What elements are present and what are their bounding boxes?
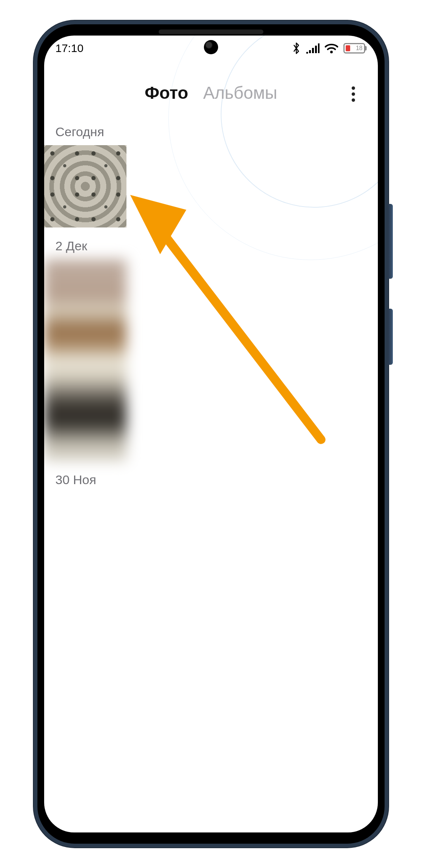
photo-thumbnail[interactable] [44,145,126,227]
svg-point-5 [330,51,333,54]
photo-thumbnail[interactable] [44,259,126,461]
bluetooth-icon [292,42,301,55]
volume-button [388,204,393,279]
gallery-content[interactable]: Сегодня 2 Дек 30 Ноя [44,106,378,487]
svg-rect-3 [315,46,317,53]
section-label-dec2: 2 Дек [55,239,378,253]
svg-point-0 [306,52,308,54]
status-time: 17:10 [55,42,83,55]
more-options-button[interactable] [345,83,361,105]
tabs-row: Фото Альбомы [44,80,378,106]
section-label-nov30: 30 Ноя [55,473,378,487]
power-button [388,309,393,365]
thumb-row-today [44,145,378,227]
wifi-icon [325,43,338,54]
svg-rect-1 [309,50,311,53]
thumb-row-dec2 [44,259,378,461]
status-right-cluster: 18 [292,42,367,55]
battery-indicator: 18 [343,43,367,54]
battery-percent: 18 [356,45,363,52]
tab-photos[interactable]: Фото [145,83,188,103]
phone-bezel: 17:10 [37,24,385,844]
section-label-today: Сегодня [55,125,378,139]
svg-rect-2 [312,48,314,53]
phone-screen: 17:10 [44,36,378,832]
svg-rect-4 [318,43,319,53]
tab-albums[interactable]: Альбомы [203,83,277,103]
canvas: 17:10 [0,0,422,868]
earpiece-speaker [159,30,263,34]
phone-body: 17:10 [34,21,388,847]
signal-icon [306,43,319,54]
front-camera [204,40,218,54]
